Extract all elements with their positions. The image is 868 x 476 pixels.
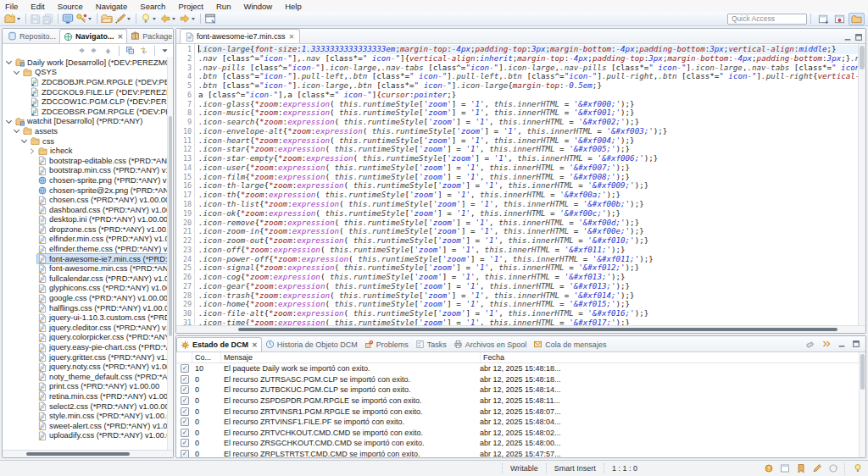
menu-help[interactable]: Help [285,2,302,11]
scrollbar-thumb[interactable] [238,328,837,331]
dropdown-caret-icon[interactable] [153,18,156,20]
menu-window[interactable]: Window [243,2,272,11]
checkbox[interactable]: ✓ [181,450,189,457]
column-header-mensaje[interactable]: Mensaje [220,352,480,363]
dropdown-caret-icon[interactable] [127,18,131,20]
notification-button[interactable] [763,462,775,475]
tree-item[interactable]: jquery.gritter.css (*PRD:*ANY) v1.00.00 [3,352,173,363]
scrollbar-thumb[interactable] [26,452,130,456]
code-line[interactable]: .icon-time{*zoom:expression( this.runtim… [198,318,858,325]
tree-item[interactable]: ZDCBOBJR.PGM.RPGLE (*DEV:PEREZMOLLO) [3,77,173,87]
tab-tasks[interactable]: Tasks [412,337,450,351]
tree-item[interactable]: ZDCCOW1C.PGM.CLP (*DEV:PEREZMOLLO) [3,97,173,107]
terminal-button[interactable] [61,13,75,25]
close-icon[interactable]: ✕ [252,341,258,349]
message-row[interactable]: ✓0El recurso ZRPLSTRTST.CMD.CMD se impor… [176,449,865,457]
tab-historia-de-objeto-dcm[interactable]: Historia de Objeto DCM [262,337,361,351]
editor-horizontal-scrollbar[interactable] [176,325,865,333]
pencil-button[interactable] [811,462,823,475]
sync-button[interactable] [827,462,839,475]
tree-item[interactable]: assets [3,126,173,136]
remote-systems-tree[interactable]: Daily work [Desarrollo] (*DEV:PEREZMOLLO… [3,57,173,450]
tree-item[interactable]: dashboard.css (*PRD:*ANY) v1.00.00 [3,205,173,215]
perspective-current-button[interactable] [849,13,865,25]
dropdown-caret-icon[interactable] [192,18,195,20]
new-wizard-button[interactable] [3,13,23,25]
checkbox[interactable]: ✓ [181,429,189,437]
dropdown-caret-icon[interactable] [88,18,92,20]
editor-vertical-scrollbar[interactable] [858,44,865,325]
editor-body[interactable]: 1234567891011121314151617181920212223242… [176,44,865,325]
forward-button[interactable] [178,13,198,25]
tree-item[interactable]: uploadify.css (*PRD:*ANY) v1.00.00 [3,431,173,441]
tree-item[interactable]: css [3,136,173,147]
collapse-all-button[interactable] [125,44,136,57]
menu-run[interactable]: Run [216,2,231,11]
back-button[interactable] [159,13,178,25]
nav-forward-button[interactable] [89,44,100,57]
minimize-icon[interactable] [843,33,852,42]
open-editor-button[interactable] [203,13,217,25]
tab-estado-de-dcm[interactable]: Estado de DCM✕ [176,337,262,351]
message-row[interactable]: ✓10El paquete Daily work se importó con … [176,363,865,374]
open-perspective-button[interactable] [816,13,831,25]
tab-package[interactable]: Package ... [127,29,174,43]
tab-archivos-en-spool[interactable]: Archivos en Spool [450,337,531,351]
menu-project[interactable]: Project [178,2,203,11]
checkbox[interactable]: ✓ [181,418,189,426]
tab-navigato[interactable]: Navigato...✕ [59,29,127,43]
tree-item[interactable]: ZDCCKOL9.FILE.LF (*DEV:PEREZMOLLO) [3,87,173,97]
open-folder-button[interactable] [100,13,114,25]
tree-item[interactable]: style.min.css (*PRD:*ANY) v1.00.00 [3,411,173,421]
view-menu-button[interactable] [160,44,170,57]
paintbrush-button[interactable] [114,13,133,25]
tree-item[interactable]: noty_theme_default.css (*PRD:*ANY) [3,372,173,382]
tree-item[interactable]: Daily work [Desarrollo] (*DEV:PEREZMOLLO… [3,58,173,68]
expand-arrow-icon[interactable] [28,147,36,155]
table-vertical-scrollbar[interactable] [859,352,865,457]
menu-search[interactable]: Search [140,2,165,11]
tree-item[interactable]: font-awesome.min.css (*PRD:*ANY) v1.00.0… [3,263,173,274]
bookmark-button[interactable] [795,462,807,475]
tree-item[interactable]: glyphicons.css (*PRD:*ANY) v1.00.00 [3,284,173,294]
checkbox[interactable]: ✓ [181,375,189,384]
column-header-co[interactable]: Co... [192,352,220,363]
scrollbar-thumb[interactable] [169,116,172,336]
tree-item[interactable]: jquery.easy-pie-chart.css (*PRD:*ANY) [3,342,173,352]
lightbulb-button[interactable] [852,462,864,475]
tree-item[interactable]: elfinder.theme.css (*PRD:*ANY) v1.00.00 [3,244,173,254]
tree-vertical-scrollbar[interactable] [167,57,173,450]
tree-item[interactable]: QSYS [3,68,173,78]
tree-item[interactable]: select2.css (*PRD:*ANY) v1.00.00 [3,401,173,412]
collapse-arrow-icon[interactable] [20,137,28,145]
dropdown-caret-icon[interactable] [172,18,175,20]
tree-item[interactable]: google.css (*PRD:*ANY) v1.00.00 [3,293,173,303]
scroll-lock-button[interactable] [821,337,832,350]
scrollbar-thumb[interactable] [860,354,865,390]
tree-item[interactable]: chosen-sprite.png (*PRD:*ANY) v1.00.00 [3,175,173,185]
tree-item[interactable]: sweet-alert.css (*PRD:*ANY) v1.00.00 [3,421,173,431]
tree-item[interactable]: chosen-sprite@2x.png (*PRD:*ANY) v1.00.0… [3,185,173,196]
tree-item[interactable]: jquery-ui-1.10.3.custom.css (*PRD:*ANY) [3,313,173,323]
tree-item[interactable]: icheck [3,146,173,156]
nav-up-button[interactable] [103,44,114,57]
checkbox[interactable]: ✓ [181,407,189,416]
nav-back-button[interactable] [75,44,86,57]
menu-file[interactable]: File [5,2,18,11]
code-editor[interactable]: .icon-large{font-size:1.3333333333333333… [195,44,858,325]
debug-button[interactable] [139,13,159,25]
link-with-editor-button[interactable] [138,44,149,57]
tree-horizontal-scrollbar[interactable] [3,450,173,457]
tree-item[interactable]: watchit [Desarrollo] (*PRD:*ANY) [3,117,173,127]
scrollbar-thumb[interactable] [860,46,865,69]
tree-item[interactable]: fullcalendar.css (*PRD:*ANY) v1.00.00 [3,274,173,284]
tree-item[interactable]: bootstrap.min.css (*PRD:*ANY) v1.00.00 [3,166,173,176]
menu-source[interactable]: Source [58,2,83,11]
tree-item[interactable]: halflings.css (*PRD:*ANY) v1.00.00 [3,303,173,313]
tree-item[interactable]: chosen.css (*PRD:*ANY) v1.00.00 [3,195,173,205]
menu-edit[interactable]: Edit [31,2,44,11]
collapse-arrow-icon[interactable] [5,58,13,66]
tree-item[interactable]: retina.min.css (*PRD:*ANY) v1.00.00 [3,391,173,401]
close-icon[interactable]: ✕ [118,33,124,41]
message-row[interactable]: ✓0El recurso ZRSGCHKOUT.CMD.CMD se impor… [176,438,865,449]
